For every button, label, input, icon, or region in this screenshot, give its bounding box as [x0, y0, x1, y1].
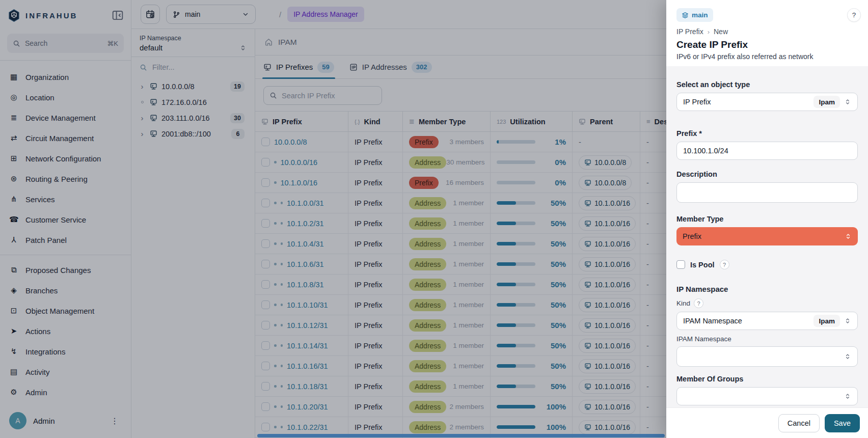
ipam-namespace-select[interactable]	[676, 346, 858, 367]
ipam-badge: Ipam	[813, 96, 840, 108]
member-of-groups-label: Member Of Groups	[676, 375, 858, 383]
member-of-groups-select[interactable]	[676, 387, 858, 405]
chevron-updown-icon	[844, 98, 851, 105]
member-type-label: Member Type	[676, 215, 858, 223]
drawer-footer: Cancel Save	[666, 407, 868, 438]
is-pool-label: Is Pool	[690, 261, 715, 269]
drawer-form: Select an object type IP Prefix Ipam Pre…	[666, 66, 868, 407]
branch-badge: main	[676, 8, 713, 22]
ip-namespace-section-heading: IP Namespace	[676, 285, 858, 293]
prefix-field-wrap	[676, 142, 858, 160]
object-type-select[interactable]: IP Prefix Ipam	[676, 93, 858, 111]
object-type-label: Select an object type	[676, 80, 858, 89]
chevron-updown-icon	[845, 233, 852, 240]
kind-label-row: Kind ?	[676, 298, 858, 308]
ipam-namespace-label: IPAM Namespace	[676, 335, 858, 343]
help-button[interactable]: ?	[847, 8, 861, 22]
prefix-label: Prefix *	[676, 129, 858, 138]
layers-icon	[682, 12, 689, 19]
create-ip-prefix-drawer: main ? IP Prefix › New Create IP Prefix …	[666, 0, 868, 438]
breadcrumb-ip-prefix: IP Prefix	[676, 28, 703, 36]
ipam-badge: Ipam	[813, 315, 840, 327]
kind-label: Kind	[676, 299, 690, 307]
chevron-updown-icon	[844, 393, 851, 400]
save-button[interactable]: Save	[825, 414, 860, 432]
drawer-breadcrumb: IP Prefix › New	[676, 28, 858, 36]
member-type-select[interactable]: Prefix	[676, 227, 858, 245]
description-label: Description	[676, 170, 858, 178]
chevron-right-icon: ›	[708, 28, 710, 36]
cancel-button[interactable]: Cancel	[778, 414, 820, 432]
kind-select[interactable]: IPAM Namespace Ipam	[676, 312, 858, 330]
modal-overlay[interactable]	[0, 0, 666, 438]
drawer-header: main ? IP Prefix › New Create IP Prefix …	[666, 0, 868, 66]
chevron-updown-icon	[844, 353, 851, 360]
chevron-updown-icon	[844, 317, 851, 324]
description-input[interactable]	[676, 182, 858, 203]
breadcrumb-new: New	[714, 28, 728, 36]
is-pool-checkbox[interactable]	[676, 260, 685, 269]
is-pool-row: Is Pool ?	[676, 260, 858, 269]
kind-value: IPAM Namespace	[683, 317, 742, 325]
member-type-value: Prefix	[683, 232, 701, 240]
object-type-value: IP Prefix	[683, 98, 711, 106]
prefix-input[interactable]	[683, 147, 851, 155]
drawer-subtitle: IPv6 or IPv4 prefix also referred as net…	[676, 52, 858, 61]
kind-help-icon[interactable]: ?	[694, 298, 703, 308]
is-pool-help-icon[interactable]: ?	[720, 260, 729, 269]
app-screen: INFRAHUB Search ⌘K ▦ Organization ◎ Loca…	[0, 0, 868, 438]
drawer-title: Create IP Prefix	[676, 39, 858, 50]
